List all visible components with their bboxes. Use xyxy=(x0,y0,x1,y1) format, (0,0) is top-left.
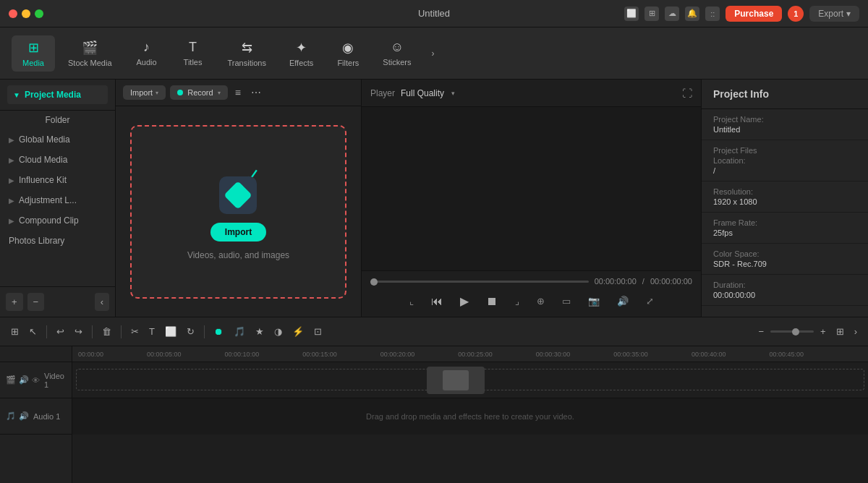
select-tool[interactable]: ↖ xyxy=(25,323,41,340)
timeline-content: 🎬 🔊 👁 Video 1 🎵 🔊 Audio 1 00:00:00 00:00… xyxy=(0,346,868,483)
toolbar-item-transitions[interactable]: ⇆ Transitions xyxy=(218,35,276,72)
sidebar-item-adjustment[interactable]: ▶ Adjustment L... xyxy=(0,190,115,210)
player-quality-selector[interactable]: Full Quality xyxy=(401,88,444,98)
record-button[interactable]: Record ▾ xyxy=(170,85,227,100)
color-button[interactable]: ◑ xyxy=(271,323,286,340)
add-folder-button[interactable]: + xyxy=(6,293,23,311)
toolbar-separator xyxy=(204,325,205,338)
toolbar-item-stock-media[interactable]: 🎬 Stock Media xyxy=(58,35,122,72)
zoom-thumb[interactable] xyxy=(792,328,799,335)
progress-bar[interactable] xyxy=(370,281,589,283)
import-label: Import xyxy=(130,88,153,97)
sidebar-item-global-media[interactable]: ▶ Global Media xyxy=(0,129,115,150)
crop-button[interactable]: ⬜ xyxy=(161,323,180,340)
minimize-dot[interactable] xyxy=(22,9,30,18)
step-back-button[interactable]: ⏮ xyxy=(428,292,446,311)
purchase-button[interactable]: Purchase xyxy=(726,6,782,22)
user-badge[interactable]: 1 xyxy=(788,6,804,22)
audio-label: Audio xyxy=(136,58,156,67)
video-track xyxy=(72,362,868,398)
expand-arrow: ▶ xyxy=(9,197,14,205)
toolbar-item-audio[interactable]: ♪ Audio xyxy=(125,35,169,71)
filter-sort-button[interactable]: ≡ xyxy=(232,85,244,100)
monitor-button[interactable]: ▭ xyxy=(559,293,574,309)
project-media-header[interactable]: ▼ Project Media xyxy=(7,85,108,104)
window-controls xyxy=(9,9,43,18)
record-chevron: ▾ xyxy=(218,90,221,96)
add-to-timeline-button[interactable]: ⊕ xyxy=(534,293,548,309)
time-separator: / xyxy=(642,277,644,286)
fullscreen-button[interactable]: ⤢ xyxy=(643,293,657,309)
zoom-in-button[interactable]: + xyxy=(817,323,830,340)
sidebar-item-influence-kit[interactable]: ▶ Influence Kit xyxy=(0,170,115,190)
text-button[interactable]: T xyxy=(145,323,158,340)
project-name-row: Project Name: Untitled xyxy=(702,109,868,140)
speed-button[interactable]: ⚡ xyxy=(289,323,307,340)
delete-button[interactable]: 🗑 xyxy=(98,323,115,340)
monitor-icon[interactable]: ⬜ xyxy=(624,7,639,21)
video-clip[interactable] xyxy=(427,367,485,394)
rotate-button[interactable]: ↻ xyxy=(183,323,198,340)
toolbar-item-filters[interactable]: ◉ Filters xyxy=(326,35,370,72)
ruler-mark-9: 00:00:45:00 xyxy=(769,351,804,358)
sidebar-item-compound-clip[interactable]: ▶ Compound Clip xyxy=(0,210,115,231)
duration-label: Duration: xyxy=(713,281,856,289)
split-button[interactable]: ⊞ xyxy=(7,323,22,340)
titlebar: Untitled ⬜ ⊞ ☁ 🔔 :: Purchase 1 Export ▾ xyxy=(0,0,868,27)
transition-button[interactable]: ⊡ xyxy=(310,323,326,340)
collapse-panel-button[interactable]: ‹ xyxy=(95,293,109,311)
import-drop-zone[interactable]: ↙ Import Videos, audio, and images xyxy=(130,125,346,299)
cloud-media-label: Cloud Media xyxy=(19,155,67,165)
toolbar-item-stickers[interactable]: ☺ Stickers xyxy=(373,35,421,71)
split-clip-button[interactable]: ✂ xyxy=(127,323,142,340)
mark-in-button[interactable]: ⌞ xyxy=(407,293,417,309)
zoom-slider[interactable] xyxy=(770,330,814,333)
player-controls: 00:00:00:00 / 00:00:00:00 ⌞ ⏮ ▶ ⏹ ⌟ ⊕ ▭ … xyxy=(362,270,701,317)
more-tl-button[interactable]: › xyxy=(851,323,861,340)
toolbar-more-button[interactable]: › xyxy=(424,45,441,62)
project-info-header: Project Info xyxy=(702,80,868,109)
snapshot-button[interactable]: 📷 xyxy=(585,293,603,309)
toolbar-item-effects[interactable]: ✦ Effects xyxy=(279,35,323,72)
media-toolbar: Import ▾ Record ▾ ≡ ⋯ xyxy=(116,80,361,106)
video-track-icon: 🎬 xyxy=(6,375,16,385)
remove-folder-button[interactable]: − xyxy=(27,293,45,311)
audio-volume-icon: 🔊 xyxy=(19,411,29,421)
play-button[interactable]: ▶ xyxy=(457,291,472,311)
sidebar-item-photos-library[interactable]: Photos Library xyxy=(0,231,115,251)
zoom-out-button[interactable]: − xyxy=(754,323,767,340)
audio-button[interactable]: 🎵 xyxy=(230,323,249,340)
apps-icon[interactable]: :: xyxy=(705,7,720,21)
framerate-label: Frame Rate: xyxy=(713,218,856,227)
record-timeline-button[interactable]: ⏺ xyxy=(210,323,227,340)
compound-clip-label: Compound Clip xyxy=(19,215,79,226)
mark-out-button[interactable]: ⌟ xyxy=(512,293,522,309)
time-total: 00:00:00:00 xyxy=(650,277,692,286)
effects-tl-button[interactable]: ★ xyxy=(252,323,268,340)
undo-button[interactable]: ↩ xyxy=(53,323,68,340)
expand-arrow: ▶ xyxy=(9,176,14,184)
eye-icon[interactable]: 👁 xyxy=(32,376,40,385)
cloud-icon[interactable]: ☁ xyxy=(665,7,679,21)
expand-player-button[interactable]: ⛶ xyxy=(682,87,692,99)
media-more-button[interactable]: ⋯ xyxy=(248,85,264,100)
grid-view-button[interactable]: ⊞ xyxy=(833,323,848,340)
audio-1-label: Audio 1 xyxy=(33,412,60,421)
import-files-button[interactable]: Import xyxy=(210,223,266,241)
import-button[interactable]: Import ▾ xyxy=(123,85,166,100)
bell-icon[interactable]: 🔔 xyxy=(685,7,699,21)
grid-icon[interactable]: ⊞ xyxy=(644,7,659,21)
volume-button[interactable]: 🔊 xyxy=(614,293,631,309)
export-button[interactable]: Export ▾ xyxy=(809,6,859,22)
toolbar-item-media[interactable]: ⊞ Media xyxy=(12,35,55,72)
close-dot[interactable] xyxy=(9,9,17,18)
titlebar-actions: ⬜ ⊞ ☁ 🔔 :: Purchase 1 Export ▾ xyxy=(624,6,859,22)
progress-thumb[interactable] xyxy=(370,278,378,286)
toolbar-item-titles[interactable]: T Titles xyxy=(171,35,215,71)
redo-button[interactable]: ↪ xyxy=(71,323,86,340)
stop-button[interactable]: ⏹ xyxy=(483,292,501,311)
sidebar-item-cloud-media[interactable]: ▶ Cloud Media xyxy=(0,150,115,170)
maximize-dot[interactable] xyxy=(35,9,43,18)
influence-kit-label: Influence Kit xyxy=(19,175,67,185)
folder-button[interactable]: Folder xyxy=(0,111,115,129)
